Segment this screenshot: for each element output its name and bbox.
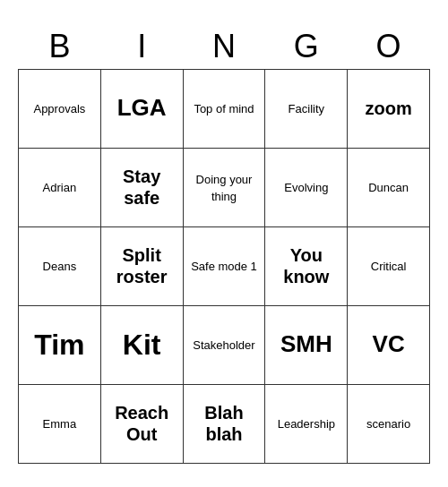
bingo-header: BINGO bbox=[19, 24, 430, 70]
cell-text: You know bbox=[283, 245, 329, 286]
bingo-cell: Stakeholder bbox=[183, 305, 265, 384]
bingo-cell: Stay safe bbox=[100, 148, 183, 226]
bingo-cell: zoom bbox=[348, 69, 430, 148]
cell-text: Approvals bbox=[33, 102, 85, 115]
bingo-card: BINGO ApprovalsLGATop of mindFacilityzoo… bbox=[18, 24, 430, 464]
cell-text: Stakeholder bbox=[193, 338, 254, 352]
bingo-cell: Reach Out bbox=[100, 384, 183, 463]
bingo-row: DeansSplit rosterSafe mode 1You knowCrit… bbox=[19, 226, 430, 305]
bingo-cell: Top of mind bbox=[183, 69, 265, 148]
bingo-cell: You know bbox=[265, 226, 348, 305]
bingo-cell: Emma bbox=[19, 384, 101, 463]
cell-text: Critical bbox=[371, 260, 407, 273]
bingo-cell: Approvals bbox=[19, 69, 101, 148]
bingo-cell: Blah blah bbox=[183, 384, 265, 463]
bingo-cell: Adrian bbox=[19, 148, 101, 226]
bingo-cell: Tim bbox=[19, 305, 101, 384]
cell-text: Safe mode 1 bbox=[191, 260, 257, 273]
cell-text: Adrian bbox=[43, 181, 77, 194]
cell-text: Top of mind bbox=[194, 102, 254, 115]
bingo-cell: Facility bbox=[265, 69, 348, 148]
bingo-letter: O bbox=[348, 24, 430, 70]
cell-text: Facility bbox=[289, 102, 324, 115]
bingo-letter: N bbox=[183, 24, 265, 70]
bingo-cell: Leadership bbox=[265, 384, 348, 463]
cell-text: Stay safe bbox=[123, 167, 160, 208]
cell-text: Evolving bbox=[284, 181, 328, 194]
bingo-cell: Deans bbox=[19, 226, 101, 305]
cell-text: SMH bbox=[280, 330, 332, 357]
cell-text: Blah blah bbox=[204, 403, 243, 444]
bingo-cell: Critical bbox=[348, 226, 430, 305]
cell-text: Duncan bbox=[368, 181, 409, 194]
bingo-cell: Duncan bbox=[348, 148, 430, 226]
bingo-letter: G bbox=[265, 24, 348, 70]
bingo-cell: SMH bbox=[265, 305, 348, 384]
bingo-cell: VC bbox=[348, 305, 430, 384]
bingo-row: AdrianStay safeDoing your thingEvolvingD… bbox=[19, 148, 430, 226]
cell-text: zoom bbox=[366, 98, 412, 118]
cell-text: Kit bbox=[123, 329, 161, 361]
cell-text: Doing your thing bbox=[196, 173, 253, 203]
bingo-cell: Split roster bbox=[100, 226, 183, 305]
cell-text: LGA bbox=[117, 94, 167, 121]
bingo-cell: scenario bbox=[348, 384, 430, 463]
cell-text: Tim bbox=[34, 329, 84, 361]
cell-text: scenario bbox=[366, 417, 410, 431]
cell-text: VC bbox=[373, 330, 405, 357]
bingo-cell: Evolving bbox=[265, 148, 348, 226]
cell-text: Reach Out bbox=[115, 403, 168, 444]
bingo-cell: Safe mode 1 bbox=[183, 226, 265, 305]
cell-text: Deans bbox=[43, 260, 77, 273]
bingo-row: TimKitStakeholderSMHVC bbox=[19, 305, 430, 384]
cell-text: Emma bbox=[43, 417, 77, 431]
bingo-letter: B bbox=[19, 24, 101, 70]
bingo-row: EmmaReach OutBlah blahLeadershipscenario bbox=[19, 384, 430, 463]
bingo-cell: LGA bbox=[100, 69, 183, 148]
bingo-cell: Doing your thing bbox=[183, 148, 265, 226]
bingo-cell: Kit bbox=[100, 305, 183, 384]
bingo-row: ApprovalsLGATop of mindFacilityzoom bbox=[19, 69, 430, 148]
bingo-letter: I bbox=[100, 24, 183, 70]
cell-text: Split roster bbox=[116, 245, 168, 286]
cell-text: Leadership bbox=[278, 417, 335, 431]
